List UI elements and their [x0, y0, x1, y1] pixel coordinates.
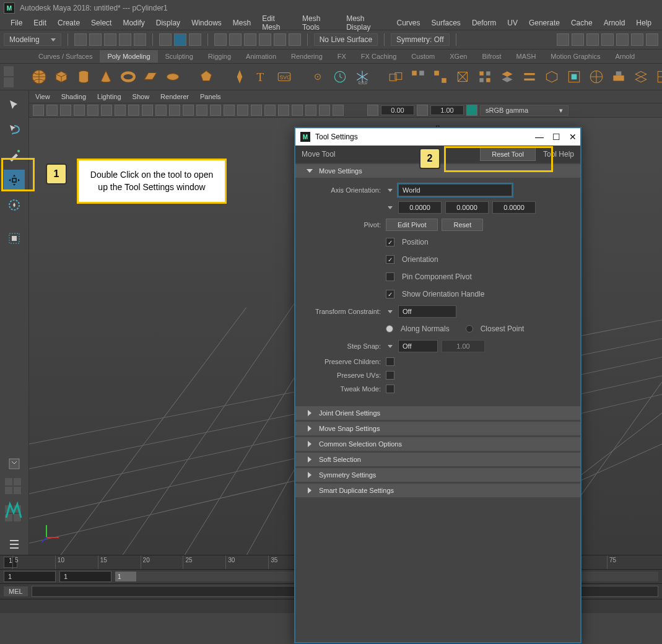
pin-component-checkbox[interactable] [386, 272, 394, 281]
vp-field-chart-icon[interactable] [155, 105, 167, 116]
vp-film-gate-icon[interactable] [115, 105, 126, 116]
coord-z[interactable]: 0.0000 [492, 201, 536, 214]
playblast-icon[interactable] [631, 33, 643, 46]
shelf-tab-mash[interactable]: MASH [509, 50, 544, 63]
vp-motion-blur-icon[interactable] [319, 105, 330, 116]
scale-tool[interactable] [4, 228, 25, 249]
vp-exposure-value[interactable]: 0.00 [381, 105, 414, 115]
vp-bookmark-icon[interactable] [46, 105, 58, 116]
menu-create[interactable]: Create [52, 19, 85, 27]
show-orientation-checkbox[interactable] [386, 290, 394, 298]
vp-isolate-icon[interactable] [251, 105, 262, 116]
menu-help[interactable]: Help [630, 19, 657, 27]
outliner-button[interactable] [4, 534, 25, 555]
menu-display[interactable]: Display [150, 19, 186, 27]
menu-meshdisplay[interactable]: Mesh Display [341, 14, 391, 32]
preserve-uvs-checkbox[interactable] [386, 371, 394, 380]
edit-pivot-button[interactable]: Edit Pivot [386, 219, 438, 231]
panel-menu-renderer[interactable]: Renderer [160, 93, 189, 100]
select-mode-icon[interactable] [159, 33, 172, 46]
section-joint-orient[interactable]: Joint Orient Settings [295, 406, 580, 420]
menu-cache[interactable]: Cache [565, 19, 598, 27]
dialog-close-icon[interactable]: ✕ [569, 132, 577, 142]
menu-set-dropdown[interactable]: Modeling [4, 33, 61, 46]
poly-mirror-icon[interactable] [588, 68, 604, 85]
poly-cone-icon[interactable] [98, 68, 114, 85]
vp-smooth-shade-icon[interactable] [210, 105, 221, 116]
poly-history-icon[interactable] [332, 68, 348, 85]
hypershade-icon[interactable] [616, 33, 629, 46]
section-symmetry[interactable]: Symmetry Settings [295, 468, 580, 482]
poly-separate-icon[interactable] [410, 68, 426, 85]
script-lang-button[interactable]: MEL [4, 586, 28, 596]
open-scene-icon[interactable] [89, 33, 102, 46]
vp-wireframe-icon[interactable] [196, 105, 207, 116]
select-tool[interactable] [4, 95, 25, 116]
save-scene-icon[interactable] [104, 33, 116, 46]
poly-sculpt-icon[interactable] [611, 68, 627, 85]
orientation-checkbox[interactable] [386, 255, 394, 264]
vp-2d-pan-icon[interactable] [74, 105, 85, 116]
poly-pivot-icon[interactable] [310, 68, 326, 85]
snap-live-icon[interactable] [274, 33, 286, 46]
vp-safe-title-icon[interactable] [183, 105, 194, 116]
render-icon[interactable] [557, 33, 569, 46]
vp-gamma-icon[interactable] [417, 105, 428, 116]
select-component-icon[interactable] [189, 33, 201, 46]
vp-image-plane-icon[interactable] [60, 105, 71, 116]
shelf-tab-rendering[interactable]: Rendering [284, 50, 330, 63]
range-handle[interactable]: 1 [115, 572, 136, 581]
vp-resolution-gate-icon[interactable] [128, 105, 139, 116]
vp-exposure-icon[interactable] [367, 105, 378, 116]
poly-smooth-icon[interactable] [432, 68, 448, 85]
symmetry-dropdown[interactable]: Symmetry: Off [391, 33, 449, 46]
select-object-icon[interactable] [174, 33, 186, 46]
shelf-tab-xgen[interactable]: XGen [442, 50, 474, 63]
vp-gate-mask-icon[interactable] [142, 105, 153, 116]
menu-surfaces[interactable]: Surfaces [426, 19, 466, 27]
vp-xray-joints-icon[interactable] [278, 105, 289, 116]
redo-icon[interactable] [134, 33, 146, 46]
menu-file[interactable]: File [5, 19, 28, 27]
vp-grease-icon[interactable] [87, 105, 98, 116]
tweak-mode-checkbox[interactable] [386, 385, 394, 393]
snap-curve-icon[interactable] [229, 33, 242, 46]
section-move-snap[interactable]: Move Snap Settings [295, 422, 580, 436]
panel-menu-panels[interactable]: Panels [200, 93, 221, 100]
menu-arnold[interactable]: Arnold [598, 19, 631, 27]
poly-platonic-icon[interactable] [198, 68, 214, 85]
transform-dropdown-caret-icon[interactable] [386, 307, 394, 316]
along-normals-radio[interactable] [386, 325, 393, 333]
dialog-titlebar[interactable]: M Tool Settings — ☐ ✕ [295, 128, 580, 146]
shelf-tab-rigging[interactable]: Rigging [201, 50, 238, 63]
preserve-children-checkbox[interactable] [386, 357, 394, 366]
rotate-tool[interactable] [4, 194, 25, 215]
ipr-icon[interactable] [572, 33, 584, 46]
snap-grid-icon[interactable] [214, 33, 227, 46]
poly-plane-icon[interactable] [142, 68, 159, 85]
dialog-minimize-icon[interactable]: — [535, 132, 544, 142]
vp-select-camera-icon[interactable] [33, 105, 44, 116]
section-common-selection[interactable]: Common Selection Options [295, 437, 580, 451]
poly-sphere-icon[interactable] [31, 68, 47, 85]
section-smart-duplicate[interactable]: Smart Duplicate Settings [295, 484, 580, 498]
poly-torus-icon[interactable] [120, 68, 136, 85]
shelf-tab-arnold[interactable]: Arnold [608, 50, 642, 63]
coords-dropdown-caret-icon[interactable] [386, 203, 394, 212]
shelf-tab-animation[interactable]: Animation [238, 50, 284, 63]
position-checkbox[interactable] [386, 238, 394, 246]
poly-extrude-icon[interactable] [477, 68, 493, 85]
menu-meshtools[interactable]: Mesh Tools [297, 14, 341, 32]
range-playback-start[interactable]: 1 [59, 571, 111, 582]
menu-windows[interactable]: Windows [186, 19, 227, 27]
shelf-tab-sculpting[interactable]: Sculpting [158, 50, 201, 63]
live-surface-dropdown[interactable]: No Live Surface [314, 33, 378, 46]
poly-insert-edge-icon[interactable] [566, 68, 582, 85]
vp-textured-icon[interactable] [292, 105, 303, 116]
render-settings-icon[interactable] [586, 33, 599, 46]
vp-grid-icon[interactable] [101, 105, 112, 116]
shelf-options[interactable] [4, 64, 28, 90]
axis-orientation-field[interactable]: World [398, 184, 512, 196]
poly-reduce-icon[interactable] [655, 68, 662, 85]
shelf-tab-curves[interactable]: Curves / Surfaces [31, 50, 100, 63]
